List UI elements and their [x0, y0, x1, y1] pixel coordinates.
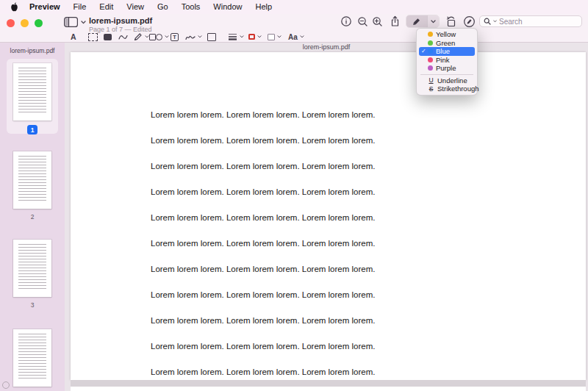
chevron-down-icon	[431, 20, 436, 24]
green-dot-icon	[428, 40, 433, 46]
text-selection-icon: A	[71, 32, 76, 41]
text-style-icon: Aa	[288, 33, 298, 41]
share-button[interactable]	[387, 15, 402, 28]
sidebar-corner-icon	[2, 381, 10, 389]
purple-dot-icon	[428, 65, 433, 71]
menubar-item-window[interactable]: Window	[207, 0, 248, 14]
menubar-item-tools[interactable]: Tools	[175, 0, 207, 14]
shape-style-tool[interactable]	[228, 32, 244, 42]
menu-item-green[interactable]: Green	[419, 39, 475, 48]
text-style-tool[interactable]: Aa	[288, 32, 304, 42]
text-line: Lorem lorem lorem. Lorem lorem lorem. Lo…	[151, 239, 375, 265]
zoom-in-icon	[372, 16, 383, 27]
page-thumbnail-1[interactable]	[13, 63, 51, 121]
info-button[interactable]	[339, 15, 354, 28]
note-icon	[207, 33, 216, 41]
page-thumbnail-2[interactable]	[13, 151, 51, 209]
menu-item-strikethrough[interactable]: S Strikethrough	[419, 85, 475, 93]
menu-item-label: Green	[436, 39, 455, 47]
menu-item-blue[interactable]: ✓ Blue	[419, 47, 475, 56]
blue-dot-icon	[428, 49, 433, 54]
document-view: lorem-ipsum.pdf Lorem lorem lorem. Lorem…	[65, 43, 588, 391]
zoom-window-button[interactable]	[35, 19, 43, 27]
highlight-menu-button[interactable]	[427, 15, 439, 27]
menubar-item-view[interactable]: View	[120, 0, 151, 14]
fill-color-tool[interactable]	[268, 32, 282, 42]
text-line: Lorem lorem lorem. Lorem lorem lorem. Lo…	[151, 342, 375, 367]
menu-item-yellow[interactable]: Yellow	[419, 30, 475, 39]
page-thumbnail-4[interactable]	[13, 329, 51, 387]
menu-item-label: Yellow	[436, 30, 456, 38]
underline-icon: U	[428, 76, 434, 84]
menu-item-label: Pink	[436, 56, 449, 64]
thumbnail-sidebar: lorem-ipsum.pdf 1 2 3	[0, 43, 65, 391]
redact-icon	[104, 34, 112, 40]
menu-item-purple[interactable]: Purple	[419, 64, 475, 73]
page-number-label: 3	[0, 301, 65, 309]
window-title: lorem-ipsum.pdf	[89, 16, 152, 25]
text-box-icon: T	[171, 33, 179, 41]
chevron-down-icon	[198, 35, 202, 38]
menu-item-pink[interactable]: Pink	[419, 56, 475, 65]
apple-icon	[10, 2, 18, 12]
rotate-button[interactable]	[444, 15, 459, 28]
page-thumbnail-3[interactable]	[13, 240, 51, 297]
note-tool[interactable]	[207, 32, 216, 42]
pdf-page-1[interactable]: Lorem lorem lorem. Lorem lorem lorem. Lo…	[71, 52, 586, 380]
checkmark-icon: ✓	[421, 48, 428, 54]
text-line: Lorem lorem lorem. Lorem lorem lorem. Lo…	[151, 316, 375, 342]
sketch-tool[interactable]	[118, 32, 128, 42]
thumbnail-text-lines	[18, 68, 46, 115]
menubar-item-file[interactable]: File	[67, 0, 93, 14]
menubar-item-go[interactable]: Go	[151, 0, 175, 14]
text-line: Lorem lorem lorem. Lorem lorem lorem. Lo…	[151, 290, 375, 316]
close-button[interactable]	[7, 19, 15, 27]
text-line: Lorem lorem lorem. Lorem lorem lorem. Lo…	[151, 265, 375, 290]
text-line: Lorem lorem lorem. Lorem lorem lorem. Lo…	[151, 162, 375, 187]
menu-item-underline[interactable]: U Underline	[419, 76, 475, 85]
redact-tool[interactable]	[104, 32, 112, 42]
menu-separator	[420, 74, 473, 75]
fill-color-swatch	[268, 34, 275, 40]
yellow-dot-icon	[428, 32, 433, 37]
chevron-down-icon	[493, 20, 497, 23]
zoom-out-button[interactable]	[355, 15, 370, 28]
strikethrough-icon: S	[428, 85, 434, 93]
chevron-down-icon	[257, 35, 262, 38]
menubar-item-help[interactable]: Help	[248, 0, 279, 14]
border-color-swatch	[248, 34, 255, 40]
search-input[interactable]: Search	[479, 15, 582, 27]
text-box-tool[interactable]: T	[171, 32, 179, 42]
text-line: Lorem lorem lorem. Lorem lorem lorem. Lo…	[151, 110, 375, 136]
sketch-icon	[118, 34, 128, 40]
sidebar-toggle-button[interactable]	[64, 17, 86, 27]
highlight-button[interactable]	[406, 15, 427, 27]
sidebar-filename: lorem-ipsum.pdf	[0, 47, 65, 54]
markup-toolbar-button[interactable]	[462, 15, 476, 28]
pdf-page-2-edge	[71, 387, 586, 391]
signature-icon	[185, 34, 196, 40]
search-icon	[484, 18, 491, 25]
menubar-item-edit[interactable]: Edit	[93, 0, 120, 14]
highlighter-icon	[412, 16, 422, 26]
border-color-tool[interactable]	[248, 32, 262, 42]
menubar-item-preview[interactable]: Preview	[23, 0, 67, 14]
shapes-tool[interactable]	[149, 32, 169, 42]
apple-menu[interactable]	[4, 2, 23, 12]
zoom-in-button[interactable]	[370, 15, 384, 28]
document-text: Lorem lorem lorem. Lorem lorem lorem. Lo…	[151, 110, 375, 380]
share-icon	[390, 15, 401, 27]
minimize-button[interactable]	[21, 19, 29, 27]
sign-tool[interactable]	[185, 32, 202, 42]
draw-tool[interactable]	[134, 32, 149, 42]
sidebar-icon	[64, 17, 78, 27]
page-number-label: 2	[0, 213, 65, 220]
text-selection-tool[interactable]: A	[71, 32, 76, 42]
rectangular-selection-tool[interactable]	[88, 32, 98, 42]
chevron-down-icon	[240, 35, 244, 38]
selection-rectangle-icon	[88, 33, 98, 41]
text-line: Lorem lorem lorem. Lorem lorem lorem. Lo…	[151, 367, 375, 380]
chevron-down-icon	[300, 35, 304, 38]
menu-item-label: Purple	[436, 64, 456, 72]
window-controls	[7, 19, 43, 27]
